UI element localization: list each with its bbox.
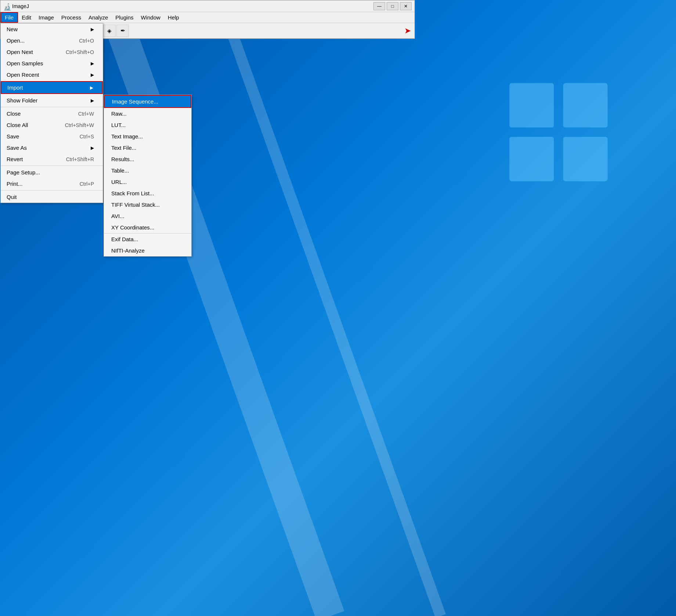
file-menu-show-folder[interactable]: Show Folder ▶ bbox=[1, 95, 103, 106]
title-bar: 🔬 ImageJ — □ ✕ bbox=[0, 0, 415, 12]
file-menu-import[interactable]: Import ▶ bbox=[1, 81, 103, 94]
import-exif-data[interactable]: Exif Data... bbox=[104, 233, 191, 245]
menu-file[interactable]: File bbox=[0, 12, 18, 23]
file-menu-print[interactable]: Print... Ctrl+P bbox=[1, 178, 103, 189]
windows-logo bbox=[507, 81, 610, 184]
window-controls: — □ ✕ bbox=[373, 2, 412, 10]
import-table[interactable]: Table... bbox=[104, 165, 191, 176]
imagej-window: 🔬 ImageJ — □ ✕ File Edit Image Process A… bbox=[0, 0, 415, 39]
file-dropdown-menu: New ▶ Open... Ctrl+O Open Next Ctrl+Shif… bbox=[0, 23, 103, 203]
import-lut[interactable]: LUT... bbox=[104, 119, 191, 131]
import-raw[interactable]: Raw... bbox=[104, 108, 191, 119]
samples-arrow: ▶ bbox=[91, 61, 94, 66]
import-text-file[interactable]: Text File... bbox=[104, 142, 191, 153]
new-arrow: ▶ bbox=[91, 27, 94, 32]
import-avi[interactable]: AVI... bbox=[104, 210, 191, 222]
svg-rect-1 bbox=[563, 83, 608, 127]
file-menu-quit[interactable]: Quit bbox=[1, 190, 103, 203]
file-menu-close[interactable]: Close Ctrl+W bbox=[1, 107, 103, 119]
menu-process[interactable]: Process bbox=[58, 13, 85, 22]
menu-bar: File Edit Image Process Analyze Plugins … bbox=[0, 12, 415, 23]
file-menu-new[interactable]: New ▶ bbox=[1, 23, 103, 35]
more-tools-arrow[interactable]: ➤ bbox=[404, 26, 411, 36]
menu-analyze[interactable]: Analyze bbox=[85, 13, 112, 22]
import-submenu: Image Sequence... Raw... LUT... Text Ima… bbox=[104, 95, 192, 257]
window-title: ImageJ bbox=[12, 3, 373, 9]
svg-line-5 bbox=[220, 0, 441, 616]
fill-tool[interactable]: ◈ bbox=[103, 25, 116, 37]
svg-rect-2 bbox=[509, 137, 554, 181]
close-button[interactable]: ✕ bbox=[400, 2, 412, 10]
eyedropper-tool[interactable]: ✒ bbox=[116, 25, 129, 37]
file-menu-save[interactable]: Save Ctrl+S bbox=[1, 131, 103, 142]
minimize-button[interactable]: — bbox=[373, 2, 385, 10]
file-menu-open-samples[interactable]: Open Samples ▶ bbox=[1, 58, 103, 69]
menu-plugins[interactable]: Plugins bbox=[112, 13, 137, 22]
svg-rect-0 bbox=[509, 83, 554, 127]
import-xy-coordinates[interactable]: XY Coordinates... bbox=[104, 222, 191, 233]
import-image-sequence[interactable]: Image Sequence... bbox=[104, 95, 191, 108]
import-url[interactable]: URL... bbox=[104, 176, 191, 188]
file-menu-revert[interactable]: Revert Ctrl+Shift+R bbox=[1, 153, 103, 165]
import-arrow: ▶ bbox=[90, 85, 93, 90]
svg-line-4 bbox=[110, 0, 330, 616]
save-as-arrow: ▶ bbox=[91, 145, 94, 151]
file-menu-open-next[interactable]: Open Next Ctrl+Shift+O bbox=[1, 46, 103, 58]
file-menu-open[interactable]: Open... Ctrl+O bbox=[1, 35, 103, 46]
menu-edit[interactable]: Edit bbox=[18, 13, 35, 22]
import-nifti-analyze[interactable]: NIfTI-Analyze bbox=[104, 245, 191, 256]
app-icon: 🔬 bbox=[3, 3, 10, 10]
file-menu-page-setup[interactable]: Page Setup... bbox=[1, 166, 103, 178]
import-tiff-virtual-stack[interactable]: TIFF Virtual Stack... bbox=[104, 199, 191, 210]
file-dropdown-container: New ▶ Open... Ctrl+O Open Next Ctrl+Shif… bbox=[0, 23, 103, 203]
import-text-image[interactable]: Text Image... bbox=[104, 131, 191, 142]
maximize-button[interactable]: □ bbox=[387, 2, 398, 10]
menu-help[interactable]: Help bbox=[164, 13, 183, 22]
file-menu-open-recent[interactable]: Open Recent ▶ bbox=[1, 69, 103, 80]
menu-window[interactable]: Window bbox=[137, 13, 164, 22]
svg-rect-3 bbox=[563, 137, 608, 181]
show-folder-arrow: ▶ bbox=[91, 98, 94, 103]
import-stack-from-list[interactable]: Stack From List... bbox=[104, 188, 191, 199]
file-menu-save-as[interactable]: Save As ▶ bbox=[1, 142, 103, 153]
menu-image[interactable]: Image bbox=[35, 13, 58, 22]
import-results[interactable]: Results... bbox=[104, 153, 191, 165]
file-menu-close-all[interactable]: Close All Ctrl+Shift+W bbox=[1, 119, 103, 131]
recent-arrow: ▶ bbox=[91, 72, 94, 77]
